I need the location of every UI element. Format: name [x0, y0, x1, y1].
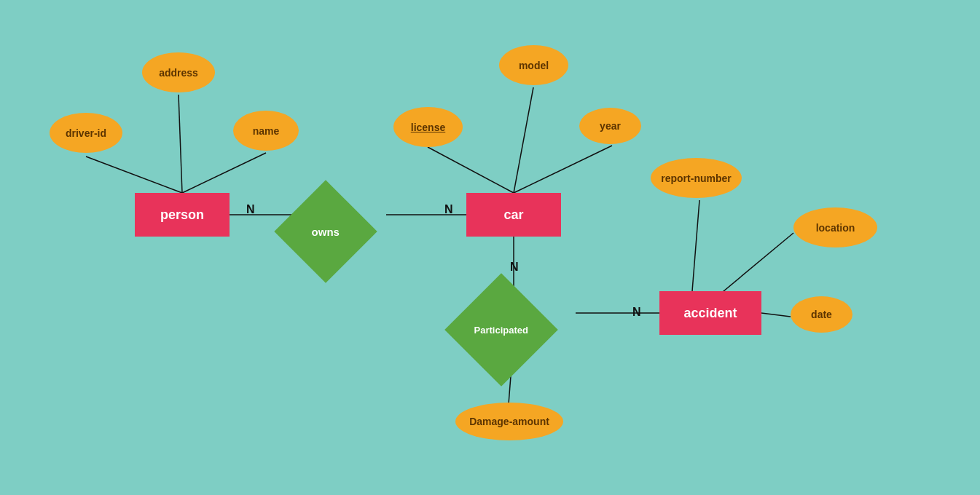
participated-label: Participated: [474, 324, 528, 335]
svg-line-0: [179, 95, 182, 193]
er-diagram: person car accident driver-id address na…: [0, 0, 980, 495]
participated-relationship-container: Participated: [458, 286, 545, 373]
owns-label: owns: [312, 226, 340, 238]
svg-line-1: [86, 157, 182, 193]
model-attribute: model: [499, 45, 568, 85]
svg-line-13: [761, 313, 791, 317]
date-attribute: date: [791, 296, 852, 333]
report-number-attribute: report-number: [651, 158, 742, 198]
name-attribute: name: [233, 111, 299, 151]
license-attribute: license: [393, 107, 463, 147]
address-attribute: address: [142, 52, 215, 92]
svg-line-5: [514, 146, 612, 193]
svg-line-11: [692, 200, 699, 291]
cardinality-owns-car: N: [444, 203, 453, 216]
cardinality-participated-accident: N: [632, 306, 641, 319]
svg-line-3: [428, 147, 514, 193]
damage-amount-attribute: Damage-amount: [455, 403, 563, 440]
cardinality-person-owns: N: [246, 203, 255, 216]
driver-id-attribute: driver-id: [50, 113, 122, 153]
location-attribute: location: [793, 207, 877, 248]
owns-relationship-container: owns: [286, 191, 366, 272]
svg-line-2: [182, 153, 266, 193]
person-entity: person: [135, 193, 230, 237]
year-attribute: year: [579, 108, 641, 144]
cardinality-car-participated: N: [510, 261, 519, 274]
car-entity: car: [466, 193, 561, 237]
accident-entity: accident: [659, 291, 761, 335]
svg-line-4: [514, 87, 533, 193]
